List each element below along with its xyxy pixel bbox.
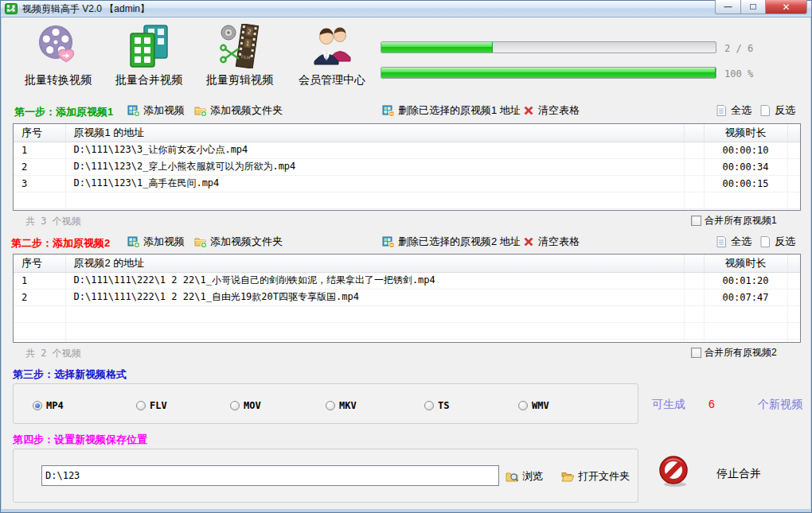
step1-clear-table-button[interactable]: 清空表格	[522, 103, 580, 118]
step1-invert-selection-label: 反选	[775, 103, 795, 118]
table-row-empty	[14, 305, 800, 322]
step1-delete-selected-label: 删除已选择的原视频1 地址	[398, 103, 521, 118]
step2-delete-selected-button[interactable]: 删除已选择的原视频2 地址	[382, 235, 521, 249]
cell-duration: 00:07:47	[704, 289, 787, 305]
cell-address: D:\111\123\2_穿上小熊衣服就可以为所欲为.mp4	[65, 158, 684, 175]
radio-mkv-icon[interactable]	[326, 401, 335, 410]
col-duration: 视频时长	[704, 255, 787, 272]
step2-add-video-label: 添加视频	[143, 235, 185, 249]
radio-mp4-icon[interactable]	[33, 401, 42, 410]
cell-spacer	[684, 272, 704, 289]
step1-delete-selected-button[interactable]: 删除已选择的原视频1 地址	[382, 103, 521, 118]
step1-clear-table-label: 清空表格	[538, 103, 580, 118]
cell-duration: 00:00:34	[704, 158, 787, 175]
step1-title: 第一步：添加原视频1	[14, 105, 113, 119]
col-index: 序号	[14, 255, 65, 272]
toolbar-batch-clip-button[interactable]: 2 1 FILM 批量剪辑视频	[194, 24, 285, 92]
window-title: 视频剪辑高手 V2.0 【admin】	[22, 2, 150, 16]
cell-spacer	[684, 289, 704, 305]
open-folder-button[interactable]: 打开文件夹	[561, 469, 630, 484]
format-option-mp4[interactable]: MP4	[33, 400, 64, 411]
step1-select-all-button[interactable]: 全选	[715, 103, 751, 118]
radio-ts-icon[interactable]	[424, 401, 434, 410]
format-option-mov[interactable]: MOV	[230, 400, 261, 411]
format-option-flv[interactable]: FLV	[136, 400, 167, 411]
title-bar: 视频剪辑高手 V2.0 【admin】 — ✕	[1, 1, 811, 17]
step2-add-folder-label: 添加视频文件夹	[210, 235, 283, 249]
clear-x-icon	[522, 104, 535, 117]
minimize-button[interactable]: —	[715, 0, 741, 14]
step2-clear-table-button[interactable]: 清空表格	[522, 235, 580, 249]
toolbar-batch-merge-button[interactable]: 批量合并视频	[103, 24, 194, 92]
maximize-button[interactable]	[741, 0, 766, 14]
toolbar-batch-convert-button[interactable]: 批量转换视频	[13, 24, 103, 92]
select-all-doc-icon	[715, 235, 728, 248]
cell-index: 1	[14, 142, 65, 158]
step2-invert-selection-label: 反选	[775, 235, 795, 249]
save-path-input[interactable]	[41, 465, 499, 486]
cell-spacer	[684, 142, 704, 158]
step1-add-folder-label: 添加视频文件夹	[210, 103, 283, 118]
video2-table[interactable]: 序号 原视频2 的地址 视频时长 1 D:\111\111\222\1 2 22…	[13, 254, 801, 343]
merge-videos-icon	[127, 24, 171, 68]
cell-index: 2	[14, 289, 65, 305]
format-option-wmv[interactable]: WMV	[518, 400, 549, 411]
open-folder-label: 打开文件夹	[578, 469, 630, 484]
delete-video-icon	[382, 235, 395, 248]
step1-invert-selection-button[interactable]: 反选	[759, 103, 795, 118]
table-row[interactable]: 3 D:\111\123\1_高手在民间.mp4 00:00:15	[14, 175, 800, 192]
table-row-empty	[14, 208, 800, 211]
table-row[interactable]: 1 D:\111\111\222\1 2 22\1_小哥说自己的剑削铁如泥，结果…	[14, 272, 800, 289]
merge-all-video2-checkbox[interactable]	[691, 348, 701, 358]
format-option-mkv[interactable]: MKV	[326, 400, 357, 411]
current-progress-bar	[381, 67, 716, 79]
merge-all-video1-checkbox-row[interactable]: 合并所有原视频1	[691, 214, 777, 227]
step2-delete-selected-label: 删除已选择的原视频2 地址	[398, 235, 521, 249]
step1-add-video-button[interactable]: 添加视频	[127, 103, 185, 118]
radio-wmv-icon[interactable]	[518, 401, 528, 410]
step2-select-all-button[interactable]: 全选	[715, 235, 751, 249]
browse-button[interactable]: 浏览	[506, 469, 543, 484]
step4-title: 第四步：设置新视频保存位置	[13, 433, 147, 447]
stop-merge-button[interactable]	[658, 455, 691, 488]
cell-spacer2	[787, 272, 800, 289]
cell-spacer	[684, 175, 704, 192]
result-prefix: 可生成	[652, 398, 685, 412]
step2-invert-selection-button[interactable]: 反选	[759, 235, 795, 249]
table-row-empty	[14, 322, 800, 339]
radio-flv-icon[interactable]	[136, 401, 146, 410]
video1-count: 共 3 个视频	[25, 215, 81, 228]
video1-table[interactable]: 序号 原视频1 的地址 视频时长 1 D:\111\123\3_让你前女友小心点…	[13, 123, 801, 211]
delete-video-icon	[382, 104, 395, 117]
step2-add-video-button[interactable]: 添加视频	[127, 235, 185, 249]
step2-add-folder-button[interactable]: 添加视频文件夹	[194, 235, 283, 249]
toolbar-member-center-button[interactable]: 会员管理中心	[287, 24, 377, 92]
table-row-empty	[14, 339, 800, 343]
step1-select-all-label: 全选	[731, 103, 751, 118]
col-spacer	[684, 124, 704, 142]
clip-videos-icon: 2 1 FILM	[217, 24, 262, 68]
radio-mov-icon[interactable]	[230, 401, 240, 410]
merge-all-video1-label: 合并所有原视频1	[705, 214, 777, 227]
table-row[interactable]: 2 D:\111\123\2_穿上小熊衣服就可以为所欲为.mp4 00:00:3…	[14, 158, 800, 175]
step1-add-folder-button[interactable]: 添加视频文件夹	[194, 103, 283, 118]
close-button[interactable]: ✕	[766, 0, 807, 14]
result-suffix: 个新视频	[758, 398, 802, 412]
cell-spacer2	[787, 158, 800, 175]
clear-x-icon	[522, 235, 535, 248]
cell-spacer2	[787, 175, 800, 192]
select-all-doc-icon	[715, 104, 728, 117]
browse-folder-icon	[506, 470, 519, 484]
format-option-ts[interactable]: TS	[424, 400, 449, 411]
merge-all-video1-checkbox[interactable]	[691, 216, 701, 226]
cell-duration: 00:00:10	[704, 142, 787, 158]
table-row[interactable]: 2 D:\111\111\222\1 2 22\1_自由光19款20T四驱专享版…	[14, 289, 800, 305]
col-address: 原视频2 的地址	[65, 255, 684, 272]
merge-all-video2-checkbox-row[interactable]: 合并所有原视频2	[691, 346, 777, 359]
current-progress-fill	[381, 68, 716, 78]
open-folder-icon	[561, 470, 575, 484]
stop-merge-label: 停止合并	[716, 467, 761, 481]
step3-title: 第三步：选择新视频格式	[13, 367, 127, 382]
save-location-groupbox: 浏览 打开文件夹	[13, 449, 638, 503]
table-row[interactable]: 1 D:\111\123\3_让你前女友小心点.mp4 00:00:10	[14, 142, 800, 158]
